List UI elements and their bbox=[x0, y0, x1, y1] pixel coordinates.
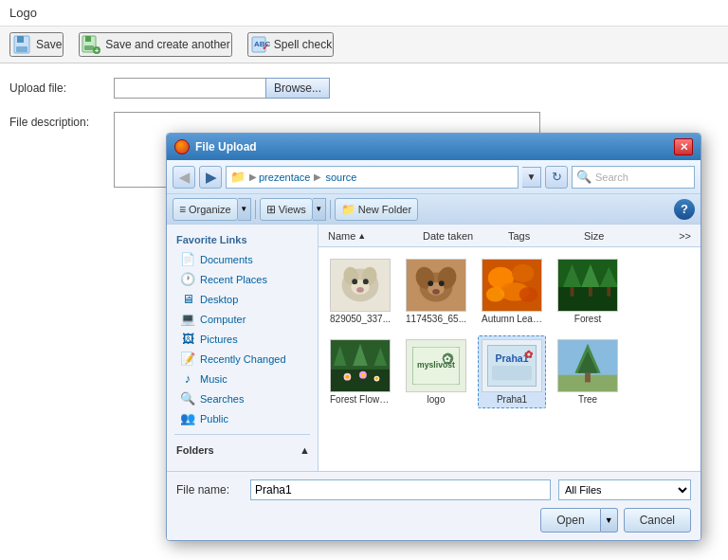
search-bar: 🔍 Search bbox=[572, 166, 695, 189]
file-name-autumn-leaves: Autumn Leaves bbox=[482, 314, 542, 324]
filetype-select[interactable]: All Files bbox=[558, 479, 691, 500]
left-panel: Favorite Links 📄 Documents 🕐 Recent Plac… bbox=[167, 225, 318, 471]
file-name-1174536: 1174536_65... bbox=[406, 314, 466, 324]
svg-rect-39 bbox=[589, 287, 592, 297]
organize-group: ≡ Organize ▼ bbox=[173, 198, 251, 221]
path-bar: 📁 ▶ prezentace ▶ source bbox=[226, 166, 519, 189]
file-thumb-logo: myslivost ✿ bbox=[406, 339, 466, 392]
Praha1-thumb-inner: Praha1 ✿ bbox=[487, 345, 537, 387]
svg-rect-64 bbox=[585, 373, 591, 383]
refresh-button[interactable]: ↻ bbox=[545, 166, 568, 189]
public-icon: 👥 bbox=[180, 411, 195, 425]
col-header-more[interactable]: >> bbox=[673, 225, 697, 246]
path-prezentace[interactable]: prezentace bbox=[259, 172, 310, 183]
file-item-tree[interactable]: Tree bbox=[554, 335, 622, 408]
music-label: Music bbox=[200, 373, 228, 385]
sidebar-item-recent-places[interactable]: 🕐 Recent Places bbox=[167, 269, 318, 289]
views-button[interactable]: ⊞ Views bbox=[260, 198, 313, 221]
sidebar-item-pictures[interactable]: 🖼 Pictures bbox=[167, 329, 318, 349]
svg-text:✿: ✿ bbox=[444, 354, 451, 364]
col-size-label: Size bbox=[584, 230, 604, 242]
new-folder-button[interactable]: 📁 New Folder bbox=[335, 198, 418, 221]
filename-row: File name: All Files bbox=[176, 479, 691, 500]
file-name-logo: logo bbox=[406, 394, 466, 405]
dialog-title-text: File Upload bbox=[195, 140, 257, 154]
sidebar-item-recently-changed[interactable]: 📝 Recently Changed bbox=[167, 349, 318, 369]
file-item-logo[interactable]: myslivost ✿ logo bbox=[402, 335, 470, 408]
open-button[interactable]: Open bbox=[540, 508, 600, 533]
searches-icon: 🔍 bbox=[180, 391, 195, 406]
public-label: Public bbox=[200, 413, 228, 425]
svg-point-32 bbox=[519, 287, 537, 302]
dialog-actions: Open ▼ Cancel bbox=[176, 508, 691, 533]
file-item-1174536[interactable]: 1174536_65... bbox=[402, 255, 470, 328]
recent-places-label: Recent Places bbox=[200, 274, 267, 285]
svg-point-26 bbox=[432, 289, 440, 295]
nav-forward-button[interactable]: ▶ bbox=[199, 166, 222, 189]
logo-thumb-inner: myslivost ✿ bbox=[412, 347, 460, 385]
svg-point-17 bbox=[363, 279, 369, 284]
recently-changed-label: Recently Changed bbox=[200, 353, 286, 365]
left-divider bbox=[174, 434, 310, 435]
col-more-label: >> bbox=[679, 230, 691, 242]
dialog-titlebar: File Upload ✕ bbox=[167, 134, 701, 160]
filename-input[interactable] bbox=[250, 479, 551, 500]
col-header-size[interactable]: Size bbox=[578, 225, 635, 246]
computer-label: Computer bbox=[200, 314, 246, 325]
col-header-date[interactable]: Date taken bbox=[417, 225, 502, 246]
organize-icon: ≡ bbox=[179, 203, 186, 216]
firefox-icon bbox=[174, 139, 190, 154]
folders-row[interactable]: Folders ▲ bbox=[167, 441, 318, 460]
views-label: Views bbox=[279, 204, 306, 215]
sidebar-item-computer[interactable]: 💻 Computer bbox=[167, 309, 318, 329]
search-placeholder[interactable]: Search bbox=[595, 172, 628, 183]
sidebar-item-desktop[interactable]: 🖥 Desktop bbox=[167, 289, 318, 309]
file-item-forest-flowers[interactable]: Forest Flowers bbox=[326, 335, 394, 408]
svg-point-25 bbox=[439, 280, 445, 286]
file-item-forest[interactable]: Forest bbox=[554, 255, 622, 328]
views-group: ⊞ Views ▼ bbox=[260, 198, 326, 221]
documents-icon: 📄 bbox=[180, 252, 195, 266]
path-source[interactable]: source bbox=[325, 172, 356, 183]
col-sort-arrow: ▲ bbox=[357, 231, 366, 241]
toolbar-sep1 bbox=[255, 200, 256, 219]
dialog-title-left: File Upload bbox=[174, 139, 257, 154]
column-headers: Name ▲ Date taken Tags Size bbox=[318, 225, 701, 247]
file-item-autumn-leaves[interactable]: Autumn Leaves bbox=[478, 255, 546, 328]
help-button[interactable]: ? bbox=[674, 199, 695, 220]
svg-rect-59 bbox=[492, 366, 532, 380]
organize-button[interactable]: ≡ Organize bbox=[173, 198, 238, 221]
sidebar-item-searches[interactable]: 🔍 Searches bbox=[167, 388, 318, 408]
col-date-label: Date taken bbox=[423, 230, 473, 242]
file-item-829050[interactable]: 829050_337... bbox=[326, 255, 394, 328]
filename-label: File name: bbox=[176, 483, 243, 497]
organize-label: Organize bbox=[189, 204, 231, 215]
dialog-close-button[interactable]: ✕ bbox=[674, 138, 693, 155]
svg-rect-38 bbox=[571, 287, 574, 297]
pictures-icon: 🖼 bbox=[180, 332, 195, 346]
page-container: Logo Save + bbox=[0, 0, 728, 560]
views-arrow-button[interactable]: ▼ bbox=[313, 198, 326, 221]
open-arrow-button[interactable]: ▼ bbox=[601, 508, 618, 533]
open-btn-group: Open ▼ bbox=[540, 508, 617, 533]
file-thumb-forest bbox=[557, 259, 618, 312]
searches-label: Searches bbox=[200, 393, 244, 405]
dialog-overlay: File Upload ✕ ◀ ▶ 📁 ▶ prezentace ▶ sourc… bbox=[0, 0, 728, 560]
file-upload-dialog: File Upload ✕ ◀ ▶ 📁 ▶ prezentace ▶ sourc… bbox=[166, 133, 701, 541]
new-folder-label: New Folder bbox=[358, 204, 411, 215]
cancel-button[interactable]: Cancel bbox=[624, 508, 691, 533]
sidebar-item-music[interactable]: ♪ Music bbox=[167, 369, 318, 388]
sidebar-item-documents[interactable]: 📄 Documents bbox=[167, 249, 318, 269]
sidebar-item-public[interactable]: 👥 Public bbox=[167, 408, 318, 428]
nav-back-button[interactable]: ◀ bbox=[173, 166, 195, 189]
svg-point-29 bbox=[512, 264, 534, 282]
path-sep2: ▶ bbox=[314, 172, 321, 182]
organize-arrow-button[interactable]: ▼ bbox=[238, 198, 251, 221]
col-header-tags[interactable]: Tags bbox=[502, 225, 578, 246]
file-item-Praha1[interactable]: Praha1 ✿ Praha1 bbox=[478, 335, 546, 408]
path-dropdown-button[interactable]: ▼ bbox=[522, 167, 541, 188]
svg-point-49 bbox=[361, 373, 365, 377]
desktop-label: Desktop bbox=[200, 294, 238, 305]
col-header-name[interactable]: Name ▲ bbox=[322, 225, 417, 246]
file-thumb-829050 bbox=[330, 259, 391, 312]
